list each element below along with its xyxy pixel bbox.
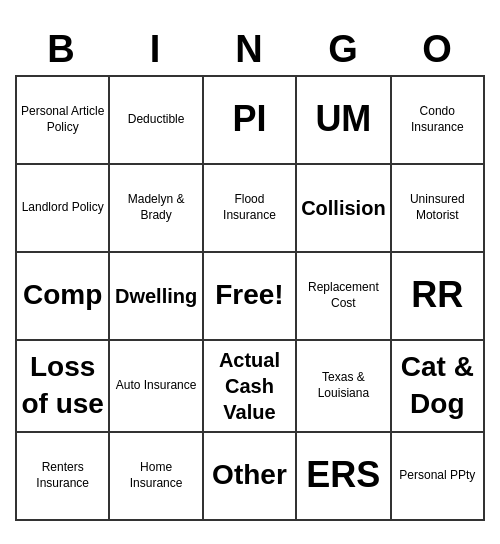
bingo-cell-2: PI (204, 77, 297, 165)
bingo-cell-0: Personal Article Policy (17, 77, 110, 165)
bingo-header: B I N G O (15, 24, 485, 75)
bingo-cell-19: Cat & Dog (392, 341, 485, 433)
header-n: N (203, 24, 297, 75)
bingo-cell-7: Flood Insurance (204, 165, 297, 253)
bingo-grid: Personal Article PolicyDeductiblePIUMCon… (15, 75, 485, 521)
bingo-cell-15: Loss of use (17, 341, 110, 433)
bingo-cell-20: Renters Insurance (17, 433, 110, 521)
bingo-cell-4: Condo Insurance (392, 77, 485, 165)
header-i: I (109, 24, 203, 75)
bingo-cell-6: Madelyn & Brady (110, 165, 203, 253)
bingo-cell-3: UM (297, 77, 391, 165)
header-o: O (391, 24, 485, 75)
bingo-cell-12: Free! (204, 253, 297, 341)
bingo-cell-23: ERS (297, 433, 391, 521)
bingo-cell-8: Collision (297, 165, 391, 253)
bingo-cell-1: Deductible (110, 77, 203, 165)
bingo-cell-14: RR (392, 253, 485, 341)
bingo-cell-18: Texas & Louisiana (297, 341, 391, 433)
bingo-cell-5: Landlord Policy (17, 165, 110, 253)
header-b: B (15, 24, 109, 75)
header-g: G (297, 24, 391, 75)
bingo-card: B I N G O Personal Article PolicyDeducti… (15, 24, 485, 521)
bingo-cell-11: Dwelling (110, 253, 203, 341)
bingo-cell-13: Replacement Cost (297, 253, 391, 341)
bingo-cell-16: Auto Insurance (110, 341, 203, 433)
bingo-cell-9: Uninsured Motorist (392, 165, 485, 253)
bingo-cell-22: Other (204, 433, 297, 521)
bingo-cell-21: Home Insurance (110, 433, 203, 521)
bingo-cell-17: Actual Cash Value (204, 341, 297, 433)
bingo-cell-10: Comp (17, 253, 110, 341)
bingo-cell-24: Personal PPty (392, 433, 485, 521)
